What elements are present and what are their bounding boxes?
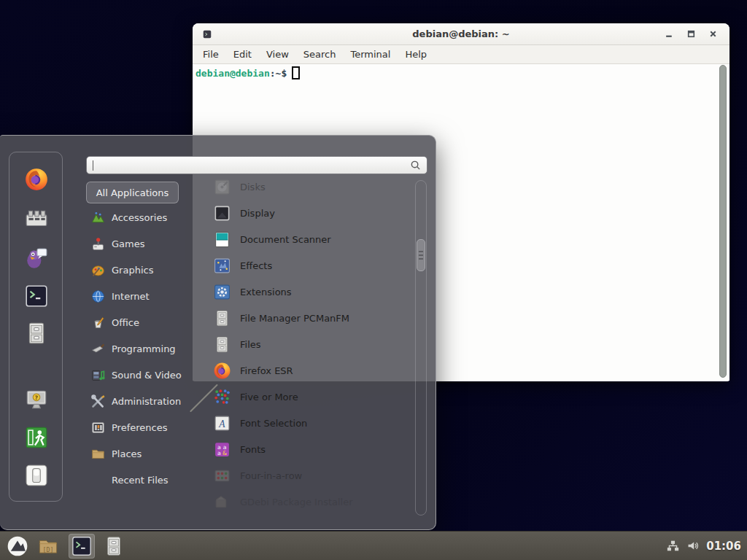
app-gdebi-package-installer[interactable]: GDebi Package Installer (206, 489, 413, 515)
terminal-mini-icon (202, 29, 212, 39)
app-extensions[interactable]: Extensions (206, 279, 413, 305)
menubar-item-terminal[interactable]: Terminal (343, 49, 398, 60)
taskbar-terminal-button[interactable] (69, 534, 95, 559)
app-four-in-a-row[interactable]: Four-in-a-row (206, 462, 413, 489)
menubar-item-search[interactable]: Search (296, 49, 344, 60)
menu-favorites-column: ? (9, 152, 63, 502)
app-file-manager-pcmanfm[interactable]: File Manager PCManFM (206, 305, 413, 331)
pidgin-icon (24, 246, 49, 271)
favorite-firefox[interactable] (24, 167, 49, 192)
category-preferences[interactable]: Preferences (86, 414, 197, 440)
app-display[interactable]: Display (206, 200, 413, 226)
desktop-folder-button[interactable]: [D] (35, 534, 61, 559)
category-graphics[interactable]: Graphics (86, 257, 197, 283)
search-input[interactable] (93, 157, 410, 174)
taskbar-file-manager-button[interactable] (101, 534, 127, 559)
app-disks[interactable]: Disks (206, 174, 413, 200)
prompt-user-host: debian@debian (196, 68, 270, 79)
svg-text:[D]: [D] (42, 545, 53, 553)
menu-button[interactable] (4, 534, 31, 559)
category-sound-video[interactable]: Sound & Video (86, 362, 197, 388)
category-label: Administration (112, 396, 181, 407)
disks-icon (213, 178, 231, 196)
gdebi-icon (213, 493, 231, 511)
volume-icon[interactable] (686, 540, 699, 552)
menubar-item-file[interactable]: File (196, 49, 226, 60)
effects-icon (213, 257, 231, 275)
category-label: Preferences (112, 422, 167, 433)
category-label: Games (112, 238, 144, 249)
app-label: File Manager PCManFM (240, 313, 349, 324)
app-document-scanner[interactable]: Document Scanner (206, 226, 413, 252)
favorite-terminal[interactable] (24, 284, 49, 308)
internet-icon (90, 289, 106, 304)
terminal-scrollbar-thumb[interactable] (719, 65, 727, 378)
app-label: Extensions (240, 287, 292, 298)
menubar-item-edit[interactable]: Edit (226, 49, 259, 60)
firefox-icon (213, 362, 231, 380)
window-controls (665, 29, 729, 39)
file-manager-icon (24, 321, 49, 346)
app-five-or-more[interactable]: Five or More (206, 384, 413, 410)
fonts-icon: aaa& (213, 440, 231, 459)
system-tray: 01:06 (667, 540, 747, 553)
app-list-scrollbar-thumb[interactable] (417, 239, 425, 271)
app-label: Effects (240, 260, 272, 271)
maximize-button[interactable] (686, 29, 696, 39)
favorite-shutdown[interactable] (24, 463, 49, 488)
all-applications-label: All Applications (96, 187, 169, 198)
category-accessories[interactable]: Accessories (86, 204, 197, 230)
app-firefox-esr[interactable]: Firefox ESR (206, 357, 413, 384)
category-places[interactable]: Places (86, 440, 197, 467)
five-or-more-icon (213, 388, 231, 406)
search-icon (410, 160, 421, 171)
extensions-icon (213, 283, 231, 301)
terminal-titlebar[interactable]: debian@debian: ~ (193, 23, 729, 45)
app-effects[interactable]: Effects (206, 252, 413, 279)
close-button[interactable] (708, 29, 718, 39)
category-icon-spacer (90, 472, 106, 488)
taskbar-clock[interactable]: 01:06 (706, 540, 741, 553)
app-list-scrollbar[interactable] (415, 180, 427, 516)
category-label: Sound & Video (112, 370, 182, 381)
app-label: Document Scanner (240, 234, 331, 245)
favorite-file-manager[interactable] (24, 321, 49, 346)
graphics-icon (90, 262, 106, 278)
menubar-item-view[interactable]: View (259, 49, 296, 60)
menu-search-box[interactable] (86, 156, 427, 174)
category-administration[interactable]: Administration (86, 388, 197, 414)
terminal-scrollbar[interactable] (719, 65, 727, 378)
svg-text:A: A (218, 418, 225, 429)
app-font-selection[interactable]: AFont Selection (206, 410, 413, 436)
app-files[interactable]: Files (206, 331, 413, 357)
places-icon (90, 446, 106, 462)
app-fonts[interactable]: aaa&Fonts (206, 436, 413, 462)
category-office[interactable]: Office (86, 309, 197, 335)
svg-text:&: & (222, 450, 227, 456)
window-title: debian@debian: ~ (193, 28, 729, 39)
app-label: Disks (240, 182, 266, 192)
category-programming[interactable]: Programming (86, 335, 197, 362)
games-icon (90, 236, 106, 252)
menubar-item-help[interactable]: Help (398, 49, 434, 60)
favorite-logout[interactable] (24, 425, 49, 450)
app-label: Four-in-a-row (240, 470, 302, 481)
taskbar: [D] 01:06 (0, 531, 747, 560)
shutdown-icon (24, 463, 49, 488)
display-icon (213, 204, 231, 222)
category-recent-files[interactable]: Recent Files (86, 467, 197, 493)
preferences-icon (90, 420, 106, 435)
file-manager-icon (213, 309, 231, 327)
minimize-button[interactable] (665, 29, 674, 39)
favorite-lock-screen[interactable]: ? (24, 387, 49, 412)
app-label: Five or More (240, 392, 298, 402)
favorite-control-center[interactable] (24, 207, 49, 232)
favorite-pidgin[interactable] (24, 246, 49, 271)
network-icon[interactable] (667, 540, 679, 552)
accessories-icon (90, 210, 106, 225)
file-manager-icon (213, 335, 231, 354)
category-internet[interactable]: Internet (86, 283, 197, 309)
all-applications-button[interactable]: All Applications (86, 182, 179, 203)
folder-d-icon: [D] (37, 535, 59, 557)
category-games[interactable]: Games (86, 230, 197, 257)
